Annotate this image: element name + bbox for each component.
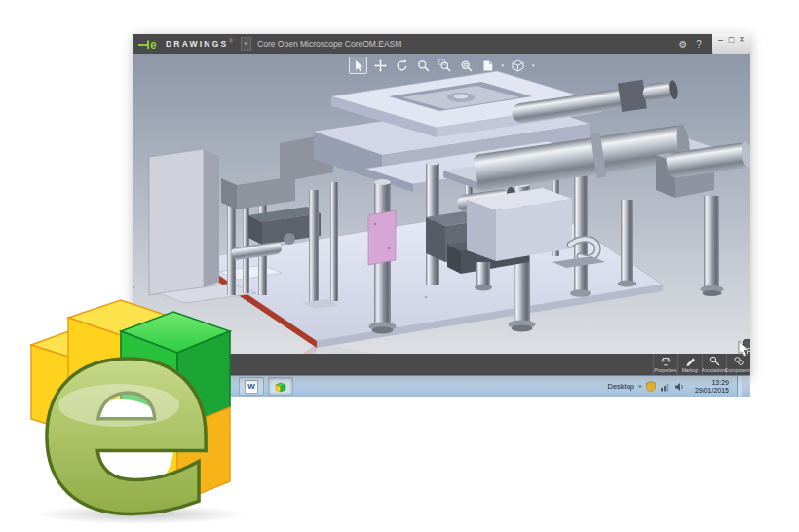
e-gloss-highlight [58, 384, 179, 427]
network-icon[interactable] [660, 382, 670, 392]
pencil-icon [685, 356, 696, 366]
markup-button[interactable]: Markup [677, 354, 702, 375]
security-shield-icon[interactable] [646, 381, 656, 392]
settings-gear-icon[interactable]: ⚙ [675, 39, 691, 50]
maximize-button[interactable]: □ [726, 34, 737, 47]
promo-canvas: e DRAWINGS ® » Core Open Microscope Core… [0, 0, 799, 532]
rotate-tool-button[interactable] [393, 57, 409, 73]
brand-wordmark: DRAWINGS [166, 39, 228, 49]
zoom-area-tool-button[interactable] [436, 57, 452, 73]
edrawings-app-logo: e [25, 281, 251, 526]
dropdown-arrow-icon[interactable]: ▾ [501, 62, 504, 68]
window-controls: – □ × [712, 33, 750, 55]
properties-button[interactable]: Properties [653, 354, 677, 375]
desktop-chevron[interactable]: » [638, 383, 642, 390]
taskbar-edrawings-button[interactable] [268, 377, 293, 396]
svg-text:e: e [150, 38, 157, 51]
menu-chevron-button[interactable]: » [241, 37, 251, 51]
view-orientation-button[interactable] [510, 57, 526, 73]
zoom-fit-tool-button[interactable] [457, 57, 474, 73]
edrawings-mini-icon [274, 380, 287, 393]
taskbar-clock[interactable]: 13:29 29/01/2015 [695, 379, 729, 395]
close-button[interactable]: × [737, 34, 747, 47]
help-icon[interactable]: ? [691, 39, 706, 50]
markup-options-button[interactable] [478, 57, 495, 73]
properties-scale-icon [661, 356, 671, 366]
select-tool-button[interactable] [348, 57, 366, 74]
pan-icon [373, 59, 386, 72]
clock-time: 13:29 [695, 379, 729, 387]
zoom-tool-button[interactable] [414, 57, 431, 73]
balloon-annotation-icon [709, 356, 720, 366]
mouse-cursor [738, 340, 750, 358]
view-toolbar: ▾ ▾ [348, 57, 535, 74]
cube-icon [512, 59, 524, 72]
minimize-button[interactable]: – [715, 34, 726, 47]
document-title: Core Open Microscope CoreOM.EASM [257, 39, 675, 49]
title-bar: e DRAWINGS ® » Core Open Microscope Core… [133, 34, 750, 54]
volume-icon[interactable] [674, 382, 685, 392]
magnifier-icon [416, 59, 429, 72]
clock-date: 29/01/2015 [695, 387, 729, 395]
rotate-icon [395, 59, 407, 72]
system-tray: Desktop » 13:29 29/01/2015 [608, 376, 750, 397]
edrawings-dash-e-icon: e [138, 37, 164, 51]
magnifier-area-icon [438, 59, 450, 72]
dropdown-arrow-icon[interactable]: ▾ [532, 62, 535, 68]
magnifier-fit-icon [459, 59, 472, 72]
markup-sheet-icon [480, 59, 493, 72]
show-desktop-button[interactable] [737, 376, 742, 397]
edrawings-brand-logo: e DRAWINGS ® [133, 34, 239, 54]
pan-tool-button[interactable] [371, 57, 388, 73]
registered-mark: ® [229, 38, 233, 44]
desktop-toolbar-label[interactable]: Desktop [608, 382, 635, 391]
annotations-button[interactable]: Annotations [702, 354, 726, 375]
select-cursor-icon [351, 59, 363, 72]
